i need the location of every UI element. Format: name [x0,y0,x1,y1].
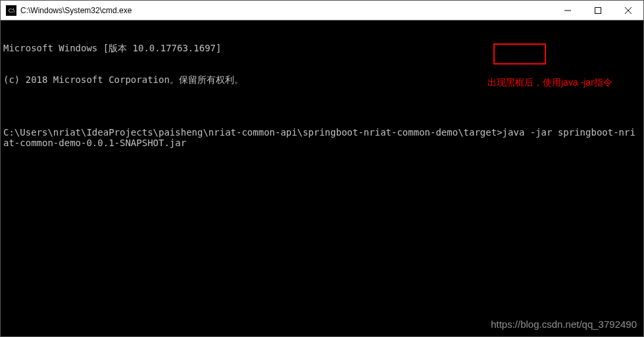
minimize-button[interactable] [553,1,583,20]
window-controls [553,1,643,20]
cmd-window: C:\ C:\Windows\System32\cmd.exe Microsof… [0,0,644,337]
window-title: C:\Windows\System32\cmd.exe [20,6,553,15]
version-line: Microsoft Windows [版本 10.0.17763.1697] [3,43,641,53]
prompt-path: C:\Users\nriat\IdeaProjects\paisheng\nri… [3,127,503,138]
cmd-icon: C:\ [6,5,16,16]
prompt-line: C:\Users\nriat\IdeaProjects\paisheng\nri… [3,127,641,148]
command-text: java -jar [503,127,558,138]
annotation-label: 出现黑框后，使用java -jar指令 [487,77,612,88]
titlebar[interactable]: C:\ C:\Windows\System32\cmd.exe [1,1,643,20]
terminal-output[interactable]: Microsoft Windows [版本 10.0.17763.1697] (… [1,20,643,336]
svg-rect-1 [595,7,601,13]
close-button[interactable] [613,1,643,20]
watermark-text: https://blog.csdn.net/qq_3792490 [491,319,637,330]
maximize-button[interactable] [583,1,613,20]
